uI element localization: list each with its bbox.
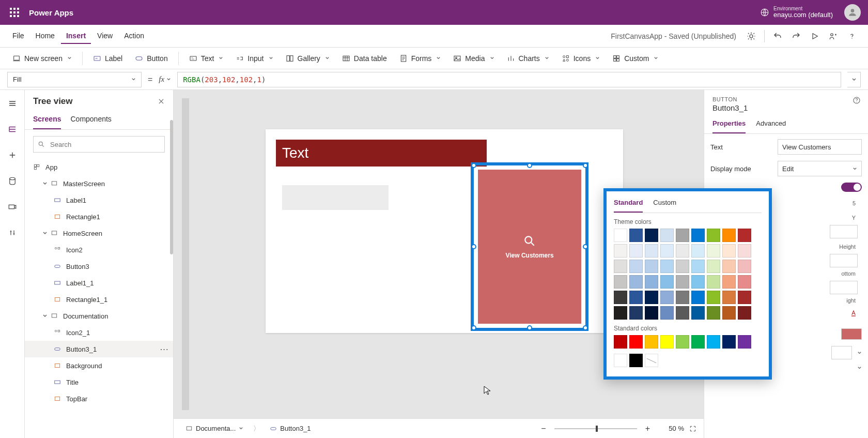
app-checker-button[interactable] (742, 27, 760, 45)
button-icon (135, 54, 143, 63)
redo-button[interactable] (787, 27, 805, 45)
chevron-down-icon (269, 56, 273, 61)
svg-rect-13 (454, 56, 460, 61)
svg-rect-5 (14, 56, 20, 60)
svg-point-2 (750, 35, 753, 38)
svg-rect-11 (343, 56, 349, 61)
equals-label: = (148, 75, 152, 84)
menu-home[interactable]: Home (30, 28, 60, 44)
component-icon (612, 54, 621, 63)
app-name: Power Apps (29, 8, 73, 17)
gallery-icon (286, 54, 294, 63)
icons-icon (562, 54, 570, 63)
svg-rect-8 (190, 56, 196, 61)
undo-button[interactable] (769, 27, 786, 45)
fx-button[interactable]: fx (159, 75, 171, 84)
svg-point-15 (563, 55, 565, 57)
insert-media-dropdown[interactable]: Media (448, 52, 499, 65)
play-button[interactable] (806, 27, 824, 45)
insert-input-dropdown[interactable]: Input (230, 52, 278, 65)
svg-point-17 (566, 59, 568, 61)
global-header: Power Apps Environment enayu.com (defaul… (0, 0, 868, 25)
chevron-down-icon (545, 56, 549, 61)
screen-icon (12, 54, 21, 63)
chart-icon (507, 54, 515, 63)
chevron-down-icon (325, 56, 330, 61)
svg-rect-16 (566, 55, 568, 57)
svg-rect-18 (614, 55, 616, 58)
formula-bar: Fill = fx RGBA(203, 102, 102, 1) (0, 69, 868, 90)
chevron-down-icon (67, 56, 72, 61)
chevron-down-icon (219, 56, 223, 61)
insert-button-button[interactable]: Button (130, 52, 173, 65)
svg-point-1 (851, 9, 855, 12)
form-icon (399, 54, 408, 63)
globe-icon (760, 8, 769, 17)
svg-point-4 (851, 38, 852, 38)
environment-picker[interactable]: Environment enayu.com (default) (760, 6, 833, 19)
chevron-down-icon (131, 77, 136, 82)
person-icon (847, 7, 858, 18)
expand-formula-button[interactable] (847, 72, 861, 87)
menu-insert[interactable]: Insert (61, 28, 91, 44)
svg-rect-7 (136, 56, 142, 60)
table-icon (342, 54, 350, 63)
menu-file[interactable]: File (7, 28, 29, 44)
insert-text-dropdown[interactable]: Text (184, 52, 229, 65)
chevron-down-icon (166, 77, 171, 82)
media-icon (453, 54, 461, 63)
menu-view[interactable]: View (92, 28, 118, 44)
fx-icon: fx (159, 75, 164, 84)
svg-rect-9 (287, 55, 289, 61)
insert-gallery-dropdown[interactable]: Gallery (281, 52, 335, 65)
text-icon (189, 54, 197, 63)
environment-label: Environment (773, 6, 833, 11)
help-button[interactable] (843, 27, 861, 45)
insert-icons-dropdown[interactable]: Icons (556, 52, 605, 65)
menu-action[interactable]: Action (119, 28, 149, 44)
insert-label-button[interactable]: Label (88, 52, 128, 65)
formula-input[interactable]: RGBA(203, 102, 102, 1) (177, 72, 841, 87)
chevron-down-icon (851, 77, 857, 82)
svg-rect-21 (617, 58, 619, 61)
svg-point-3 (831, 33, 833, 36)
insert-ribbon: New screen Label Button Text Input Galle… (0, 48, 868, 69)
share-button[interactable] (825, 27, 842, 45)
insert-forms-dropdown[interactable]: Forms (394, 52, 446, 65)
input-icon (236, 54, 244, 63)
chevron-down-icon (490, 56, 494, 61)
waffle-icon (10, 8, 19, 17)
app-launcher-button[interactable] (4, 2, 25, 23)
svg-rect-10 (290, 55, 292, 61)
menu-bar: File Home Insert View Action FirstCanvas… (0, 25, 868, 48)
label-icon (93, 54, 101, 63)
property-selector[interactable]: Fill (7, 72, 142, 87)
chevron-down-icon (654, 56, 658, 61)
user-avatar[interactable] (844, 4, 861, 21)
svg-rect-20 (614, 58, 616, 61)
svg-rect-19 (617, 55, 619, 58)
chevron-down-icon (436, 56, 441, 61)
insert-charts-dropdown[interactable]: Charts (502, 52, 554, 65)
insert-custom-dropdown[interactable]: Custom (607, 52, 663, 65)
chevron-down-icon (595, 56, 600, 61)
document-status: FirstCanvasApp - Saved (Unpublished) (611, 32, 736, 40)
new-screen-button[interactable]: New screen (7, 52, 77, 65)
insert-datatable-button[interactable]: Data table (337, 52, 392, 65)
environment-value: enayu.com (default) (773, 11, 833, 19)
